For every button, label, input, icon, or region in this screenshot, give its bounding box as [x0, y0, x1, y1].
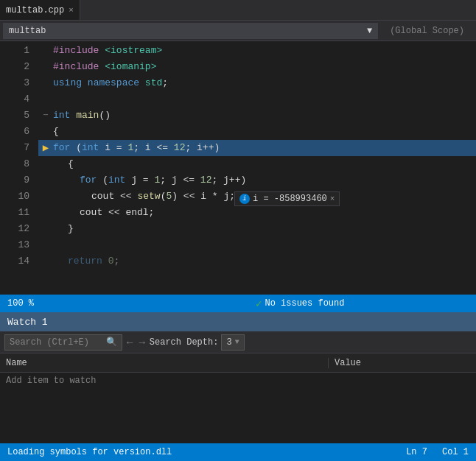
tab-close-icon[interactable]: ×	[69, 6, 74, 15]
dropdown-arrow-icon: ▼	[367, 26, 372, 36]
code-content[interactable]: #include <iostream> #include <iomanip> u…	[35, 41, 476, 295]
gutter-7: ▶	[38, 140, 53, 156]
code-line-3: using namespace std;	[38, 75, 476, 91]
check-icon: ✓	[256, 298, 262, 310]
issues-status: ✓ No issues found	[256, 298, 469, 310]
title-bar: multtab.cpp ×	[0, 0, 476, 21]
gutter-5: ─	[38, 108, 53, 124]
code-line-6: {	[38, 124, 476, 140]
line-numbers: 1 2 3 4 5 6 7 8 9 10 11 12 13 14	[0, 41, 35, 295]
depth-arrow-icon: ▼	[235, 338, 239, 346]
code-line-12: }	[38, 221, 476, 237]
file-dropdown-name: multtab	[9, 26, 46, 36]
file-dropdown[interactable]: multtab ▼	[3, 23, 378, 39]
code-line-11: cout << endl;	[38, 205, 476, 221]
bottom-status-bar: Loading symbols for version.dll Ln 7 Col…	[0, 443, 476, 461]
status-right: Ln 7 Col 1	[406, 447, 469, 457]
watch-table-header: Name Value	[0, 353, 476, 373]
code-line-7: ▶ for (int i = 1; i <= 12; i++)	[38, 140, 476, 156]
tooltip-value: -858993460	[274, 194, 327, 204]
zoom-level: 100 %	[7, 298, 34, 309]
search-icon: 🔍	[106, 337, 117, 348]
depth-label: Search Depth:	[150, 337, 219, 348]
watch-value-header: Value	[329, 358, 476, 368]
status-left: Loading symbols for version.dll	[7, 447, 172, 457]
code-editor[interactable]: 1 2 3 4 5 6 7 8 9 10 11 12 13 14 #includ…	[0, 41, 476, 295]
watch-search-box[interactable]: Search (Ctrl+E) 🔍	[4, 334, 122, 351]
watch-toolbar: Search (Ctrl+E) 🔍 ← → Search Depth: 3 ▼	[0, 331, 476, 353]
debug-arrow-icon: ▶	[43, 140, 49, 156]
code-line-4	[38, 91, 476, 108]
variable-tooltip: i i = -858993460 ×	[234, 191, 340, 206]
scope-label: (Global Scope)	[381, 26, 473, 36]
watch-title: Watch 1	[7, 317, 48, 328]
col-number-status: Col 1	[442, 447, 469, 457]
watch-add-item[interactable]: Add item to watch	[0, 373, 476, 389]
nav-back-icon[interactable]: ←	[125, 337, 134, 348]
watch-search-placeholder: Search (Ctrl+E)	[10, 337, 89, 348]
tooltip-content: i = -858993460	[253, 194, 327, 204]
tooltip-close-icon[interactable]: ×	[330, 194, 335, 203]
code-line-2: #include <iomanip>	[38, 59, 476, 75]
watch-panel: Watch 1 Search (Ctrl+E) 🔍 ← → Search Dep…	[0, 312, 476, 389]
tab-filename: multtab.cpp	[6, 5, 64, 15]
code-line-1: #include <iostream>	[38, 43, 476, 59]
code-line-13	[38, 237, 476, 253]
nav-fwd-icon[interactable]: →	[137, 337, 146, 348]
line-number-status: Ln 7	[406, 447, 427, 457]
watch-header: Watch 1	[0, 312, 476, 331]
loading-status: Loading symbols for version.dll	[7, 447, 172, 457]
code-line-14: return 0;	[38, 253, 476, 270]
code-line-5: ─ int main()	[38, 108, 476, 124]
depth-value: 3	[226, 337, 231, 348]
issues-text: No issues found	[265, 298, 344, 309]
editor-status-bar: 100 % ✓ No issues found	[0, 295, 476, 312]
toolbar: multtab ▼ (Global Scope)	[0, 21, 476, 41]
code-line-8: {	[38, 156, 476, 172]
file-tab[interactable]: multtab.cpp ×	[0, 0, 80, 20]
tooltip-info-icon: i	[239, 194, 250, 204]
depth-selector[interactable]: 3 ▼	[221, 334, 244, 351]
code-line-9: for (int j = 1; j <= 12; j++)	[38, 172, 476, 189]
watch-name-header: Name	[0, 358, 329, 368]
